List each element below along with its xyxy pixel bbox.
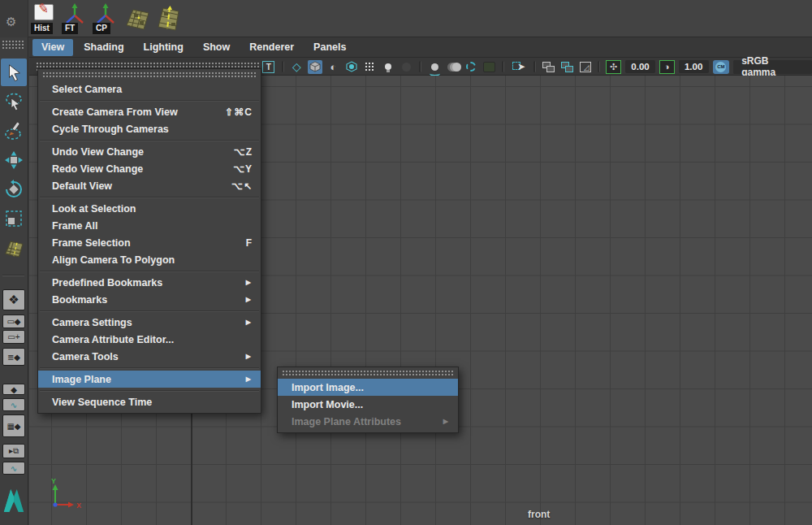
maya-window: ⚙ ✎ Hist FT <box>0 0 812 525</box>
layout-profiler-button[interactable]: ∿ <box>2 462 25 475</box>
ambient-occlusion-icon[interactable] <box>427 60 442 74</box>
transparency-mode-icon[interactable] <box>482 60 497 74</box>
gear-icon[interactable]: ⚙ <box>6 15 16 29</box>
image-plane-submenu-popup: Import Image... Import Movie... Image Pl… <box>277 367 459 433</box>
motion-blur-icon[interactable] <box>446 60 460 74</box>
wireframe-display-icon[interactable]: ◇ <box>290 60 304 74</box>
menu-item-cycle-through-cameras[interactable]: Cycle Through Cameras <box>38 120 261 137</box>
shaded-display-icon[interactable] <box>308 60 322 74</box>
menu-item-import-movie[interactable]: Import Movie... <box>278 396 458 413</box>
layout-hypershade-button[interactable]: ▦◆ <box>2 414 25 437</box>
paint-select-tool-button[interactable] <box>1 117 27 145</box>
color-management-icon[interactable]: CM <box>713 60 729 74</box>
menu-item-frame-selection[interactable]: Frame SelectionF <box>38 234 261 251</box>
layout-curve-glyph: ∿ <box>11 464 17 473</box>
shelf-item-hist[interactable]: ✎ Hist <box>31 3 58 34</box>
menu-shading[interactable]: Shading <box>75 39 132 56</box>
menu-item-align-camera-to-polygon[interactable]: Align Camera To Polygon <box>38 251 261 268</box>
layout-node-editor-button[interactable]: ▸⧉ <box>2 444 25 458</box>
shelf-left-strip: ⚙ <box>0 0 28 37</box>
exposure-field[interactable]: 0.00 <box>625 60 655 73</box>
menu-item-image-plane[interactable]: Image Plane▶ <box>38 371 261 388</box>
rotate-tool-button[interactable] <box>1 176 27 203</box>
menu-item-camera-tools[interactable]: Camera Tools▶ <box>38 348 261 365</box>
toolbox-grip-handle[interactable] <box>2 40 24 49</box>
menu-item-look-at-selection[interactable]: Look at Selection <box>38 200 261 217</box>
layout-single-pane-button[interactable]: ◆ <box>2 384 25 395</box>
menu-view[interactable]: View <box>32 39 73 56</box>
shelf-item-label: CP <box>93 23 110 34</box>
toolbox-separator <box>2 275 24 276</box>
menu-separator <box>38 388 261 393</box>
layout-curve-glyph: ∿ <box>11 401 17 410</box>
move-icon <box>4 150 24 170</box>
textured-mesh-axis-icon <box>153 3 183 33</box>
select-by-type-button[interactable]: T <box>261 60 276 74</box>
pane-stack-teal-icon[interactable] <box>559 60 574 74</box>
submenu-arrow-icon: ▶ <box>246 296 253 303</box>
shelf-item-ft[interactable]: FT <box>62 3 89 34</box>
wireframe-on-shaded-icon[interactable]: ◐ <box>326 60 341 74</box>
menu-item-undo-view-change[interactable]: Undo View Change⌥Z <box>38 143 261 160</box>
select-tool-button[interactable] <box>1 59 27 86</box>
shelf-item-cp[interactable]: CP <box>93 3 119 34</box>
axis-y-label: Y <box>51 478 56 485</box>
colorspace-dropdown[interactable]: sRGB gamma <box>733 60 812 74</box>
menu-item-default-view[interactable]: Default View⌥↖ <box>38 177 261 194</box>
menu-renderer[interactable]: Renderer <box>240 39 303 56</box>
menu-item-select-camera[interactable]: Select Camera <box>38 80 261 98</box>
shadows-icon[interactable] <box>400 60 414 74</box>
menu-item-import-image[interactable]: Import Image... <box>278 379 458 396</box>
layout-glyph: ❖ <box>8 293 19 307</box>
layout-glyph: ▦◆ <box>6 422 20 431</box>
menu-separator <box>38 268 261 274</box>
shelf-item-textured-mesh-axis[interactable] <box>153 3 184 34</box>
menu-separator <box>38 308 261 314</box>
use-default-material-icon[interactable] <box>363 60 378 74</box>
shortcut-label: ⌥Z <box>234 146 253 158</box>
menu-item-bookmarks[interactable]: Bookmarks▶ <box>38 291 261 308</box>
menu-show[interactable]: Show <box>194 39 239 56</box>
submenu-arrow-icon: ▶ <box>246 279 253 286</box>
menu-item-camera-settings[interactable]: Camera Settings▶ <box>38 314 261 331</box>
menu-item-camera-attribute-editor[interactable]: Camera Attribute Editor... <box>38 331 261 348</box>
layout-add-pane-button[interactable]: ▭+ <box>2 330 25 344</box>
layout-outliner-persp-button[interactable]: ≣◆ <box>2 348 25 366</box>
layout-two-pane-button[interactable]: ▭◆ <box>2 315 25 328</box>
menu-tearoff-handle[interactable] <box>282 370 454 377</box>
menu-tearoff-handle[interactable] <box>42 72 257 79</box>
pencil-icon: ✎ <box>37 0 50 17</box>
object-selection-mask-icon[interactable]: ➤ <box>510 60 527 74</box>
menu-item-redo-view-change[interactable]: Redo View Change⌥Y <box>38 160 261 177</box>
pop-out-panel-icon[interactable]: ◿ <box>578 60 593 74</box>
gamma-field[interactable]: 1.00 <box>679 60 709 73</box>
menu-item-frame-all[interactable]: Frame All <box>38 217 261 234</box>
layout-glyph: ▭◆ <box>6 317 20 326</box>
textured-display-icon[interactable] <box>344 60 359 74</box>
maya-logo[interactable] <box>2 484 26 520</box>
scale-tool-button[interactable] <box>1 205 27 232</box>
pane-stack-icon[interactable] <box>542 60 556 74</box>
shelf-item-textured-mesh[interactable] <box>122 3 153 34</box>
lasso-tool-button[interactable] <box>1 88 27 115</box>
menu-lighting[interactable]: Lighting <box>135 39 192 56</box>
menu-panels[interactable]: Panels <box>304 39 355 56</box>
layout-glyph: ≣◆ <box>7 353 20 362</box>
menu-item-view-sequence-time[interactable]: View Sequence Time <box>38 393 261 410</box>
rotate-icon <box>4 180 24 199</box>
submenu-arrow-icon: ▶ <box>246 375 253 383</box>
menu-item-predefined-bookmarks[interactable]: Predefined Bookmarks▶ <box>38 274 261 291</box>
exposure-icon[interactable]: ✣ <box>606 60 621 74</box>
lighting-icon[interactable] <box>381 60 395 74</box>
submenu-arrow-icon: ▶ <box>443 418 450 425</box>
layout-persp-graph-button[interactable]: ∿ <box>2 398 25 411</box>
menu-item-create-camera-from-view[interactable]: Create Camera From View⇧⌘C <box>38 103 261 120</box>
scale-icon <box>4 209 24 228</box>
anti-aliasing-icon[interactable] <box>464 60 478 74</box>
last-used-tool-button[interactable] <box>1 234 27 262</box>
toolbar-separator <box>419 61 421 72</box>
select-cursor-icon <box>5 63 23 81</box>
move-tool-button[interactable] <box>1 146 27 174</box>
gamma-icon[interactable]: ◑ <box>659 60 675 74</box>
layout-four-view-button[interactable]: ❖ <box>2 289 25 310</box>
